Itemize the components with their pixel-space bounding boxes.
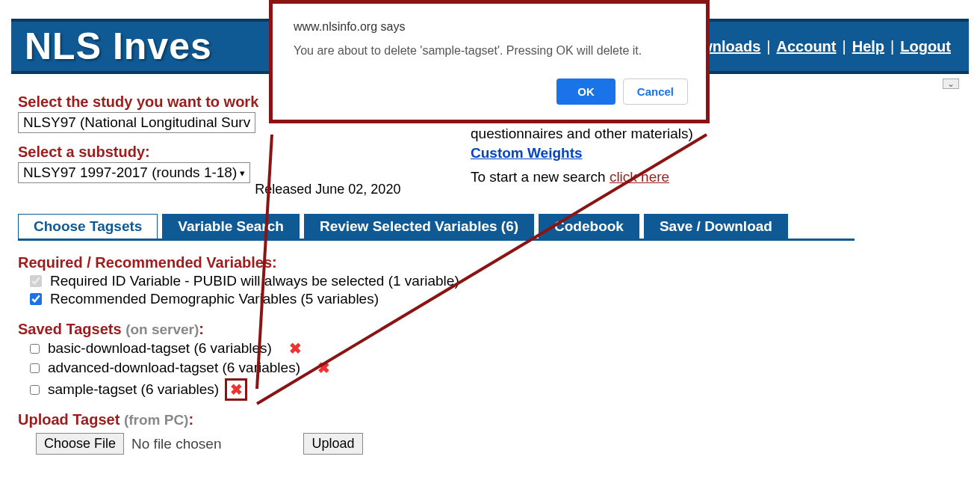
tab-review-selected[interactable]: Review Selected Variables (6) <box>304 214 534 239</box>
choose-file-button[interactable]: Choose File <box>36 433 124 455</box>
saved-heading-muted: (on server) <box>125 322 199 337</box>
file-chosen-status: No file chosen <box>131 436 221 452</box>
upload-heading: Upload Tagset <box>18 411 124 428</box>
study-select[interactable]: NLSY97 (National Longitudinal Surv <box>18 112 255 133</box>
chevron-down-icon: ▾ <box>240 167 245 179</box>
nav-separator: | <box>766 38 770 55</box>
dialog-message: You are about to delete 'sample-tagset'.… <box>294 44 688 58</box>
tab-save-download[interactable]: Save / Download <box>644 214 788 239</box>
study-label: Select the study you want to work <box>18 93 258 110</box>
custom-weights-link[interactable]: Custom Weights <box>471 145 583 161</box>
tab-variable-search[interactable]: Variable Search <box>162 214 300 239</box>
nav-help[interactable]: Help <box>852 38 884 55</box>
required-heading: Required / Recommended Variables: <box>18 254 277 271</box>
recommended-demo-checkbox[interactable] <box>30 293 42 305</box>
substudy-label: Select a substudy: <box>18 144 150 160</box>
tagset-label: advanced-download-tagset (6 variables) <box>48 360 300 376</box>
recommended-demo-label: Recommended Demographic Variables (5 var… <box>50 291 379 307</box>
upload-heading-muted: (from PC) <box>124 412 189 428</box>
tab-codebook[interactable]: Codebook <box>539 214 639 239</box>
start-search-text: To start a new search <box>471 169 610 185</box>
tab-choose-tagsets[interactable]: Choose Tagsets <box>18 214 158 239</box>
nav-account[interactable]: Account <box>777 38 837 55</box>
nav-logout[interactable]: Logout <box>900 38 951 55</box>
substudy-released: Released June 02, 2020 <box>255 182 400 197</box>
upload-button[interactable]: Upload <box>303 433 362 455</box>
tagset-checkbox[interactable] <box>30 344 40 354</box>
tab-bar: Choose Tagsets Variable Search Review Se… <box>18 214 855 241</box>
required-id-label: Required ID Variable - PUBID will always… <box>50 273 459 289</box>
tagset-label: basic-download-tagset (6 variables) <box>48 340 272 357</box>
tagset-checkbox[interactable] <box>30 363 40 373</box>
confirm-dialog: www.nlsinfo.org says You are about to de… <box>269 0 710 123</box>
dialog-origin: www.nlsinfo.org says <box>294 20 688 34</box>
substudy-select[interactable]: NLSY97 1997-2017 (rounds 1-18) ▾ <box>18 162 250 183</box>
delete-tagset-icon[interactable]: ✖ <box>288 339 303 357</box>
saved-heading: Saved Tagsets <box>18 321 125 337</box>
delete-tagset-icon[interactable]: ✖ <box>316 359 331 377</box>
required-id-checkbox <box>30 275 42 287</box>
expand-icon[interactable]: ⌄ <box>943 79 959 89</box>
delete-tagset-icon[interactable]: ✖ <box>229 381 244 399</box>
tagset-label: sample-tagset (6 variables) <box>48 381 219 398</box>
cancel-button[interactable]: Cancel <box>623 79 688 105</box>
start-search-link[interactable]: click here <box>610 169 669 185</box>
nav-separator: | <box>843 38 846 55</box>
ok-button[interactable]: OK <box>556 79 615 105</box>
study-select-value: NLSY97 (National Longitudinal Surv <box>23 114 250 131</box>
banner-title: NLS Inves <box>25 25 212 68</box>
nav-separator: | <box>890 38 894 55</box>
substudy-select-value: NLSY97 1997-2017 (rounds 1-18) <box>23 164 237 181</box>
tagset-checkbox[interactable] <box>30 385 40 395</box>
documentation-paren: questionnaires and other materials) <box>471 126 693 141</box>
callout-highlight: ✖ <box>225 378 247 401</box>
